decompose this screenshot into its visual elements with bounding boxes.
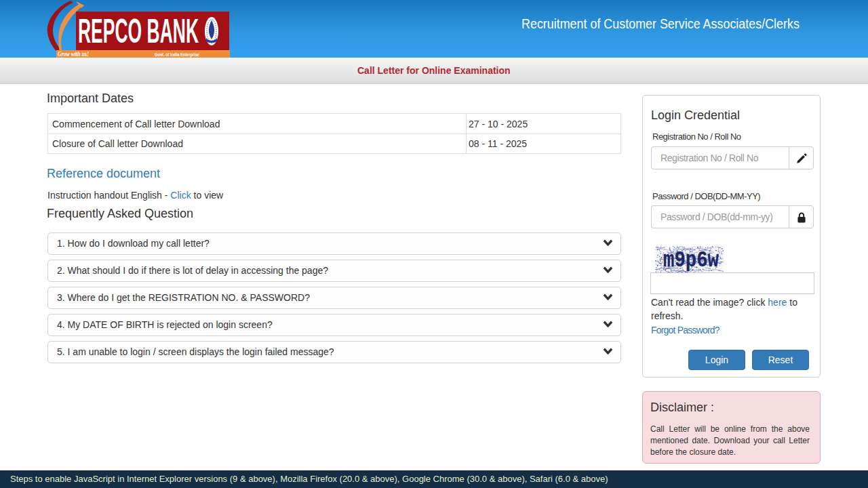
svg-text:Govt. of India Enterprise: Govt. of India Enterprise bbox=[155, 52, 199, 58]
svg-text:m9p6w: m9p6w bbox=[663, 248, 719, 273]
svg-text:Grow with us!: Grow with us! bbox=[58, 50, 89, 58]
svg-text:REPCO BANK: REPCO BANK bbox=[78, 12, 199, 50]
